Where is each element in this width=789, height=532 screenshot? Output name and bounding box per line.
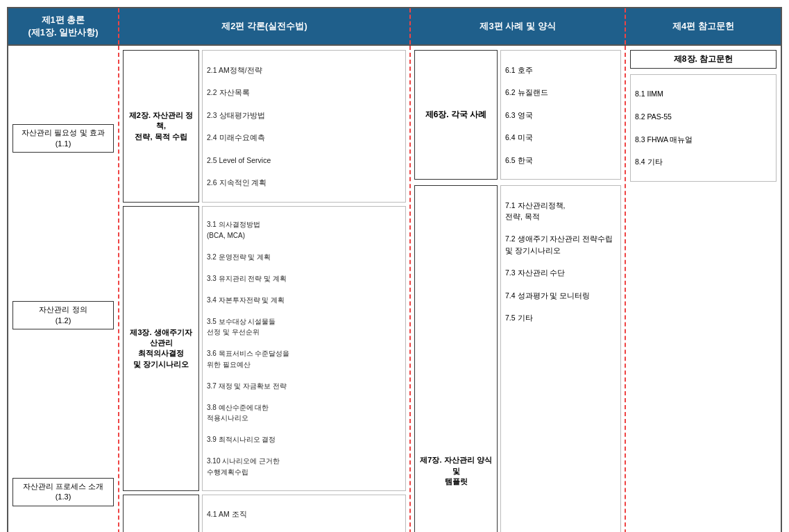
col2-section-3: 제4장. 자산관리 수단 4.1 AM 조직 4.2 정보시스템 및 도구 4.… [123,495,406,532]
col2-items-3: 4.1 AM 조직 4.2 정보시스템 및 도구 4.3 Risk Manage… [202,495,406,532]
col1-item-1: 자산관리 필요성 및 효과 (1.1) [12,124,114,153]
chapter-6: 제6장. 각국 사례 [414,50,498,180]
col3-section-2: 제7장. 자산관리 양식 및 템플릿 7.1 자산관리정책, 전략, 목적 7.… [414,185,621,532]
col2-content: 제2장. 자산관리 정책, 전략, 목적 수립 2.1 AM정책/전략 2.2 … [119,46,411,532]
header-col4: 제4편 참고문헌 [626,8,781,44]
col3-items-1: 6.1 호주 6.2 뉴질랜드 6.3 영국 6.4 미국 6.5 한국 [500,50,621,180]
col1-item-3: 자산관리 프로세스 소개 (1.3) [12,478,114,506]
header-col1: 제1편 총론 (제1장. 일반사항) [8,8,119,44]
col3-section-1: 제6장. 각국 사례 6.1 호주 6.2 뉴질랜드 6.3 영국 6.4 미국… [414,50,621,180]
col2-items-1: 2.1 AM정책/전략 2.2 자산목록 2.3 상태평가방법 2.4 미래수요… [202,50,406,202]
col2-section-2: 제3장. 생애주기자산관리 최적의사결정 및 장기시나리오 3.1 의사결정방법… [123,206,406,491]
header-col2: 제2편 각론(실전수법) [119,8,411,44]
header-row: 제1편 총론 (제1장. 일반사항) 제2편 각론(실전수법) 제3편 사례 및… [8,8,781,46]
col4-items: 8.1 IIMM 8.2 PAS-55 8.3 FHWA 매뉴얼 8.4 기타 [630,74,777,181]
chapter-7: 제7장. 자산관리 양식 및 템플릿 [414,185,498,532]
col2-section-1: 제2장. 자산관리 정책, 전략, 목적 수립 2.1 AM정책/전략 2.2 … [123,50,406,202]
chapter-3: 제3장. 생애주기자산관리 최적의사결정 및 장기시나리오 [123,206,199,491]
chapter-4: 제4장. 자산관리 수단 [123,495,199,532]
content-row: 자산관리 필요성 및 효과 (1.1) 자산관리 정의 (1.2) 자산관리 프… [8,46,781,532]
col1-content: 자산관리 필요성 및 효과 (1.1) 자산관리 정의 (1.2) 자산관리 프… [8,46,119,532]
chapter-2: 제2장. 자산관리 정책, 전략, 목적 수립 [123,50,199,202]
col2-items-2: 3.1 의사결정방법 (BCA, MCA) 3.2 운영전략 및 계획 3.3 … [202,206,406,491]
col3-items-2: 7.1 자산관리정책, 전략, 목적 7.2 생애주기 자산관리 전략수립 및 … [500,185,621,532]
col1-item-2: 자산관리 정의 (1.2) [12,301,114,329]
col3-content: 제6장. 각국 사례 6.1 호주 6.2 뉴질랜드 6.3 영국 6.4 미국… [411,46,626,532]
col4-content: 제8장. 참고문헌 8.1 IIMM 8.2 PAS-55 8.3 FHWA 매… [626,46,781,532]
header-col3: 제3편 사례 및 양식 [411,8,626,44]
chapter-8: 제8장. 참고문헌 [630,50,777,69]
